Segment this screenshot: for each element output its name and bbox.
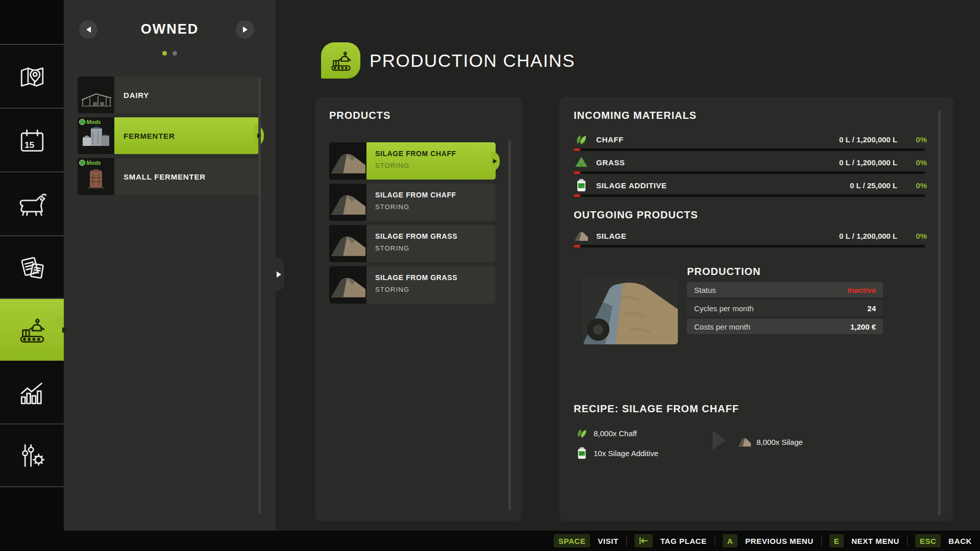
hint-label: NEXT MENU xyxy=(851,537,899,545)
recipe-quantity: 8,000x Silage xyxy=(756,438,803,446)
material-progress-bar xyxy=(574,245,925,247)
calendar-icon: 15 xyxy=(17,126,47,156)
product-status: STORING xyxy=(375,203,496,211)
product-item-silage-from-grass-1[interactable]: SILAGE FROM GRASS STORING xyxy=(329,225,496,262)
chevron-right-icon xyxy=(243,27,248,33)
product-item-silage-from-chaff-2[interactable]: SILAGE FROM CHAFF STORING xyxy=(329,184,496,221)
owned-item-body: FERMENTER xyxy=(114,117,259,154)
progress-fill xyxy=(574,171,580,174)
page-dot-active[interactable] xyxy=(162,51,167,56)
production-chains-icon xyxy=(321,42,360,79)
material-progress-bar xyxy=(574,194,925,197)
owned-item-small-fermenter[interactable]: Mods SMALL FERMENTER xyxy=(78,158,259,195)
material-name: SILAGE xyxy=(596,232,839,240)
silage-thumbnail xyxy=(329,225,366,262)
details-panel-scrollbar[interactable] xyxy=(938,110,941,515)
panel-expander-button[interactable] xyxy=(276,258,284,291)
hint-next-menu[interactable]: E NEXT MENU xyxy=(829,534,899,547)
silage-additive-icon xyxy=(575,446,589,460)
product-item-body: SILAGE FROM GRASS STORING xyxy=(366,266,496,304)
sidebar-spacer-bottom xyxy=(0,487,64,531)
owned-item-dairy[interactable]: DAIRY xyxy=(78,77,259,113)
material-row-chaff: CHAFF 0 L / 1,200,000 L 0% xyxy=(574,131,927,148)
product-status: STORING xyxy=(375,162,496,169)
owned-building-list: DAIRY Mods xyxy=(78,77,259,199)
owned-item-fermenter[interactable]: Mods FERMENTER xyxy=(78,117,259,154)
material-amount: 0 L / 1,200,000 L xyxy=(839,232,897,240)
mods-badge: Mods xyxy=(79,160,101,166)
table-row-cycles: Cycles per month 24 xyxy=(687,300,883,316)
active-tab-arrow-icon xyxy=(62,327,67,333)
table-row-status: Status Inactive xyxy=(687,282,883,297)
main-menu-sidebar: 15 xyxy=(0,0,64,531)
incoming-materials-title: INCOMING MATERIALS xyxy=(574,110,697,121)
material-progress-bar xyxy=(574,148,925,151)
chaff-icon xyxy=(575,426,589,440)
cycles-value: 24 xyxy=(867,304,876,313)
production-section-title: PRODUCTION xyxy=(687,266,761,278)
keybind-bar: SPACE VISIT TAG PLACE A PREVIOUS MENU E … xyxy=(0,531,980,551)
sidebar-item-settings[interactable] xyxy=(0,424,64,487)
product-status: STORING xyxy=(375,286,496,293)
material-row-grass: GRASS 0 L / 1,200,000 L 0% xyxy=(574,154,927,171)
dairy-thumbnail xyxy=(78,77,114,113)
silage-thumbnail xyxy=(329,142,366,180)
hint-tag-place[interactable]: TAG PLACE xyxy=(634,534,707,547)
sidebar-item-animals[interactable] xyxy=(0,173,64,236)
mods-logo-icon xyxy=(79,160,85,166)
svg-text:15: 15 xyxy=(24,139,35,149)
recipe-input-silage-additive: 10x Silage Additive xyxy=(575,446,658,460)
material-name: GRASS xyxy=(596,158,839,167)
mods-badge-label: Mods xyxy=(86,160,101,166)
material-percent: 0% xyxy=(897,158,927,167)
material-row-silage-additive: SILAGE ADDITIVE 0 L / 25,000 L 0% xyxy=(574,177,927,194)
mods-badge-label: Mods xyxy=(86,119,101,125)
recipe-title: RECIPE: SILAGE FROM CHAFF xyxy=(574,403,739,415)
products-panel: PRODUCTS SILAGE FROM CHAFF STORING xyxy=(315,97,522,521)
production-icon xyxy=(17,315,47,345)
progress-fill xyxy=(574,194,580,197)
mods-logo-icon xyxy=(79,119,85,125)
hint-previous-menu[interactable]: A PREVIOUS MENU xyxy=(723,534,814,547)
recipe-quantity: 10x Silage Additive xyxy=(594,449,658,458)
tab-key-badge xyxy=(634,534,653,547)
production-info-table: Status Inactive Cycles per month 24 Cost… xyxy=(687,282,883,337)
material-percent: 0% xyxy=(897,135,927,144)
owned-item-body: DAIRY xyxy=(114,77,259,113)
sidebar-item-production[interactable] xyxy=(0,299,64,361)
stats-icon xyxy=(17,378,47,408)
sidebar-item-contracts[interactable] xyxy=(0,236,64,299)
product-item-silage-from-grass-2[interactable]: SILAGE FROM GRASS STORING xyxy=(329,266,496,304)
recipe-arrow-icon xyxy=(713,431,726,450)
page-dot[interactable] xyxy=(173,51,177,56)
hint-back[interactable]: ESC BACK xyxy=(915,534,972,547)
recipe-output-silage: 8,000x Silage xyxy=(738,435,803,449)
sidebar-item-statistics[interactable] xyxy=(0,362,64,424)
silage-icon xyxy=(574,228,589,243)
silage-icon xyxy=(738,435,752,449)
material-progress-bar xyxy=(574,171,925,174)
product-status: STORING xyxy=(375,244,496,252)
owned-item-body: SMALL FERMENTER xyxy=(114,158,259,195)
sidebar-item-calendar[interactable]: 15 xyxy=(0,110,64,172)
material-row-silage: SILAGE 0 L / 1,200,000 L 0% xyxy=(574,227,927,244)
owned-panel: OWNED DAIRY xyxy=(64,0,276,531)
recipe-quantity: 8,000x Chaff xyxy=(594,429,637,438)
material-name: SILAGE ADDITIVE xyxy=(596,181,850,190)
product-item-body: SILAGE FROM CHAFF STORING xyxy=(366,142,496,180)
hint-label: VISIT xyxy=(598,537,619,545)
owned-list-scrollbar[interactable] xyxy=(258,77,261,514)
material-amount: 0 L / 25,000 L xyxy=(850,181,897,190)
silage-thumbnail xyxy=(329,266,366,304)
product-item-silage-from-chaff-1[interactable]: SILAGE FROM CHAFF STORING xyxy=(329,142,496,180)
small-fermenter-thumbnail: Mods xyxy=(78,158,114,195)
selected-item-arrow-icon xyxy=(257,133,261,138)
progress-fill xyxy=(574,148,580,151)
product-list-scrollbar[interactable] xyxy=(508,140,511,511)
material-name: CHAFF xyxy=(596,135,839,144)
sidebar-item-map[interactable] xyxy=(0,46,64,109)
contracts-icon xyxy=(17,252,47,283)
hint-visit[interactable]: SPACE VISIT xyxy=(554,534,619,547)
carousel-next-button[interactable] xyxy=(236,20,254,39)
row-label: Status xyxy=(694,286,847,294)
